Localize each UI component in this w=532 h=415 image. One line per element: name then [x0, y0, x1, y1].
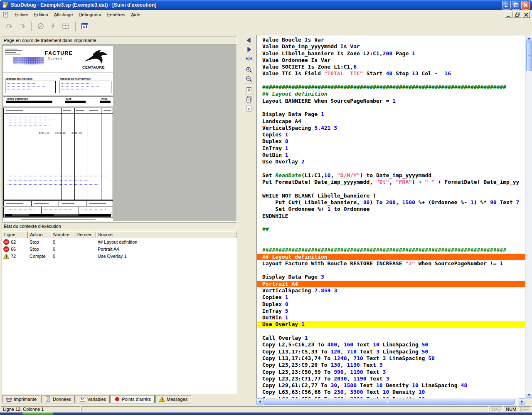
code-line[interactable]: Value TTC Is Field "TOTAL TTC" Start 40 …	[257, 70, 525, 77]
code-line[interactable]: Value Boucle Is Var	[257, 37, 525, 43]
exec-window-button[interactable]	[79, 21, 90, 32]
code-line[interactable]	[257, 240, 525, 247]
tab-donnees[interactable]: Données	[41, 395, 75, 403]
prev-page-arrow-button[interactable]	[244, 37, 254, 45]
page-view-button[interactable]	[244, 105, 254, 113]
code-line[interactable]: Landscape A4	[257, 118, 525, 125]
zoom-out-button[interactable]	[244, 75, 254, 84]
menu-edition[interactable]: Edition	[31, 11, 51, 19]
breakpoint-row[interactable]: 62Stop0## Layout definition	[2, 238, 236, 245]
maximize-button[interactable]	[512, 1, 520, 10]
menu-aide[interactable]: Aide	[128, 11, 143, 19]
code-line[interactable]	[257, 166, 525, 172]
scroll-left-button[interactable]	[256, 398, 263, 405]
column-header-ligne[interactable]: Ligne	[2, 231, 28, 238]
code-line[interactable]: Copy L13,17:C43,74 To 1240, 710 Text 3 L…	[257, 355, 525, 362]
code-line[interactable]	[257, 186, 525, 193]
mdi-restore-button[interactable]	[513, 11, 521, 18]
code-line[interactable]: OutBin 1	[257, 314, 525, 321]
code-line[interactable]: WHILE NOT BLANK( Libelle_banniere )	[257, 193, 525, 199]
tab-variables[interactable]: Variables	[76, 395, 110, 403]
page-list-button[interactable]	[244, 86, 254, 95]
code-line[interactable]: InTray 1	[257, 145, 525, 152]
code-line[interactable]: Copies 1	[257, 131, 525, 138]
code-line[interactable]: ##	[257, 226, 525, 233]
scroll-right-button[interactable]	[519, 398, 525, 405]
code-line[interactable]: Use Overlay 1	[257, 321, 525, 328]
code-line[interactable]: Copy L23,23:C50,59 To 990, 1190 Text 3	[257, 369, 525, 375]
code-line[interactable]: Display Data Page 1	[257, 111, 525, 118]
code-line[interactable]: Duplex 0	[257, 301, 525, 308]
minimize-button[interactable]	[502, 1, 511, 10]
breakpoint-row[interactable]: 72Compte0Use Overlay 1	[2, 252, 236, 259]
mdi-close-button[interactable]	[522, 11, 530, 18]
code-line[interactable]: Set ReadDate(L1:C1,10, "D/M/Y") to Date_…	[257, 172, 525, 179]
column-header-action[interactable]: Action	[28, 231, 51, 238]
vertical-scrollbar[interactable]	[525, 35, 532, 398]
breakpoint-row[interactable]: 66Stop0Portrait A4	[2, 245, 236, 252]
code-line[interactable]: ########################################…	[257, 247, 525, 253]
code-line[interactable]: Copy L23,23:C71,77 To 2030, 1190 Text 3	[257, 375, 525, 382]
code-line[interactable]: Put Cut( Libelle_banniere, 80) To 200, 1…	[257, 199, 525, 206]
code-line[interactable]: Copy L29,61:C2,77 To 30, 1500 Text 10 De…	[257, 382, 525, 389]
next-page-arrow-button[interactable]	[244, 46, 254, 54]
close-button[interactable]	[521, 1, 530, 10]
code-line[interactable]	[257, 233, 525, 240]
stop-circle-button[interactable]	[35, 21, 46, 32]
code-line[interactable]: Copy L2,5:C16,23 To 480, 160 Text 10 Lin…	[257, 341, 525, 348]
column-header-nombre[interactable]: Nombre	[51, 231, 74, 238]
code-line[interactable]: Copy L63,63:C56,68 To 230, 3300 Text 10 …	[257, 389, 525, 395]
code-line[interactable]: Copy L23,23:C9,20 To 130, 1190 Text 3	[257, 362, 525, 368]
horizontal-scrollbar[interactable]	[256, 398, 525, 405]
menu-fichier[interactable]: Fichier	[12, 11, 31, 19]
menu-debogueur[interactable]: Débogueur	[76, 11, 104, 19]
code-line[interactable]: Copies 1	[257, 294, 525, 301]
code-line[interactable]: Duplex 0	[257, 138, 525, 145]
code-line[interactable]: Value Date_imp_yyyymmdd Is Var	[257, 43, 525, 50]
scroll-up-button[interactable]	[526, 35, 532, 42]
vertical-scroll-thumb[interactable]	[526, 42, 532, 71]
page-copy-button[interactable]	[244, 96, 254, 104]
menu-affichage[interactable]: Affichage	[51, 11, 76, 19]
grid-button[interactable]	[60, 21, 71, 32]
code-line[interactable]	[257, 77, 525, 84]
tab-points-d-arrets[interactable]: Points d'arrêts	[111, 395, 155, 403]
code-line[interactable]	[257, 220, 525, 226]
zoom-in-button[interactable]	[244, 66, 254, 74]
step-into-button[interactable]	[16, 21, 27, 32]
code-line[interactable]: Value Libelle_banniere Is Zone L2:C1,200…	[257, 50, 525, 57]
code-line[interactable]	[257, 104, 525, 111]
code-line[interactable]: VerticalSpacing 5.421 3	[257, 125, 525, 131]
code-line[interactable]: Layout BANNIERE When SourcePageNumber = …	[257, 98, 525, 104]
tab-messages[interactable]: Messages	[155, 395, 191, 403]
code-line[interactable]: ########################################…	[257, 84, 525, 91]
run-button[interactable]	[47, 21, 59, 32]
code-editor[interactable]: Value Boucle Is VarValue Date_imp_yyyymm…	[256, 35, 525, 398]
code-line[interactable]: VerticalSpacing 7.859 3	[257, 287, 525, 294]
code-line[interactable]: Display Data Page 3	[257, 274, 525, 280]
code-line[interactable]	[257, 267, 525, 274]
column-header-dernier[interactable]: Dernier	[74, 231, 96, 238]
code-line[interactable]: Put FormatDate( Date_imp_yyyymmdd, "Dt",…	[257, 179, 525, 185]
code-line[interactable]: Value SOCIETE Is Zone L1:C1,6	[257, 64, 525, 70]
code-line[interactable]: InTray 5	[257, 308, 525, 314]
code-line[interactable]: OutBin 1	[257, 152, 525, 158]
code-line[interactable]	[257, 328, 525, 335]
code-line[interactable]: Portrait A4	[257, 281, 525, 287]
fit-page-button[interactable]	[244, 55, 254, 63]
horizontal-scroll-thumb[interactable]	[264, 399, 515, 405]
code-line[interactable]: Layout Facture With Boucle RESTORE INCRE…	[257, 260, 525, 267]
code-line[interactable]: Call Overlay 1	[257, 335, 525, 341]
code-line[interactable]: Set Ordonnee %+ 1 to Ordonnee	[257, 206, 525, 212]
code-line[interactable]: Use Overlay 2	[257, 158, 525, 165]
tab-imprimante[interactable]: Imprimante	[2, 395, 40, 403]
mdi-minimize-button[interactable]	[505, 11, 512, 18]
code-line[interactable]: ENDWHILE	[257, 213, 525, 220]
code-line[interactable]: Copy L13,17:C5,33 To 120, 710 Text 3 Lin…	[257, 348, 525, 355]
step-over-button[interactable]	[3, 21, 15, 32]
code-line[interactable]: Value Ordonnee Is Var	[257, 57, 525, 64]
code-line[interactable]: ## Layout definition	[257, 91, 525, 97]
menu-fenetres[interactable]: Fenêtres	[104, 11, 128, 19]
column-header-source[interactable]: Source	[96, 231, 236, 238]
code-line[interactable]: ## Layout definition	[257, 254, 525, 260]
